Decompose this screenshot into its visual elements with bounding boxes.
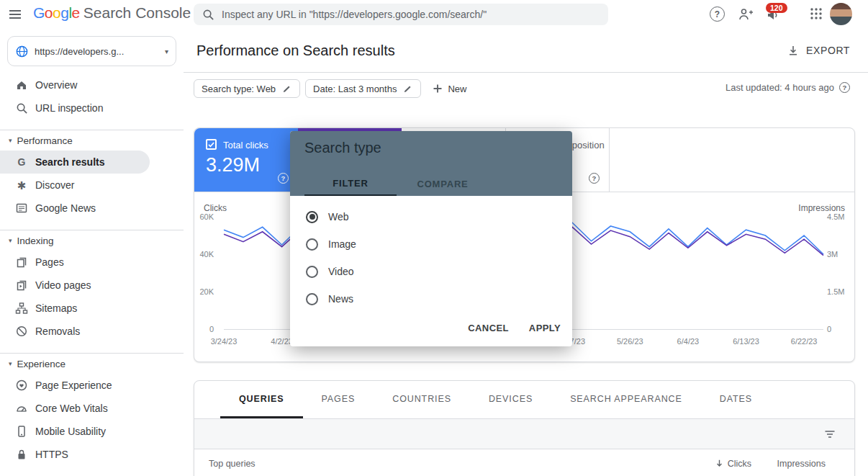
google-g-icon: G: [15, 156, 28, 169]
mobile-icon: [15, 425, 28, 438]
y-tick-left: 60K: [194, 212, 214, 221]
metric-card-total-clicks[interactable]: Total clicks 3.29M ?: [194, 128, 298, 192]
user-settings-icon[interactable]: [738, 6, 754, 22]
column-clicks[interactable]: Clicks: [715, 459, 751, 469]
metric-card-label: Total clicks: [223, 140, 268, 151]
discover-sparkle-icon: ✱: [15, 179, 28, 192]
edit-pencil-icon: [282, 84, 292, 94]
export-button[interactable]: EXPORT: [787, 29, 850, 72]
help-icon[interactable]: ?: [710, 6, 725, 22]
sidebar-item-label: Sitemaps: [35, 302, 77, 314]
metric-card-value: 3.29M: [206, 154, 260, 176]
search-icon: [202, 9, 214, 21]
sidebar-item-google-news[interactable]: Google News: [0, 197, 184, 220]
sidebar-item-label: Removals: [35, 325, 80, 337]
chart-right-axis-title: Impressions: [798, 203, 845, 213]
x-tick: 3/24/23: [202, 337, 245, 346]
option-video[interactable]: Video: [290, 258, 572, 285]
tab-dates[interactable]: DATES: [701, 381, 771, 418]
radio-selected-icon[interactable]: [306, 211, 318, 223]
sidebar-item-label: Overview: [35, 79, 77, 91]
sidebar-item-discover[interactable]: ✱ Discover: [0, 174, 184, 197]
sidebar-item-pages[interactable]: Pages: [0, 251, 184, 274]
sidebar-item-label: URL inspection: [35, 102, 103, 114]
sidebar-item-removals[interactable]: Removals: [0, 320, 184, 343]
radio-icon[interactable]: [306, 238, 318, 251]
last-updated: Last updated: 4 hours ago ?: [725, 82, 850, 93]
page-title: Performance on Search results: [184, 42, 395, 59]
edit-pencil-icon: [403, 84, 413, 94]
sidebar-item-url-inspection[interactable]: URL inspection: [0, 96, 184, 120]
tab-pages[interactable]: PAGES: [303, 381, 374, 418]
tab-devices[interactable]: DEVICES: [470, 381, 551, 418]
lock-icon: [15, 448, 28, 461]
sidebar: https://developers.g... ▾ Overview URL i…: [0, 29, 184, 476]
column-impressions[interactable]: Impressions: [777, 459, 826, 469]
section-label: Performance: [17, 135, 73, 146]
menu-icon[interactable]: [7, 6, 23, 22]
sidebar-section-indexing[interactable]: ▾ Indexing: [0, 230, 184, 251]
url-inspect-searchbar[interactable]: [194, 4, 608, 25]
tab-queries[interactable]: QUERIES: [220, 381, 303, 418]
app-logo-suffix: Search Console: [83, 4, 191, 21]
url-inspect-input[interactable]: [222, 9, 600, 20]
option-label: Video: [328, 266, 354, 277]
property-selector[interactable]: https://developers.g... ▾: [7, 36, 176, 66]
page-experience-icon: [15, 379, 28, 392]
y-tick-left: 40K: [194, 250, 214, 259]
option-image[interactable]: Image: [290, 230, 572, 258]
cancel-button[interactable]: CANCEL: [466, 320, 510, 336]
last-updated-text: Last updated: 4 hours ago: [725, 82, 834, 93]
sidebar-item-sitemaps[interactable]: Sitemaps: [0, 297, 184, 320]
sidebar-section-experience[interactable]: ▾ Experience: [0, 354, 184, 374]
collapse-triangle-icon: ▾: [9, 137, 12, 144]
plus-icon: [432, 83, 443, 94]
checkbox-checked-icon[interactable]: [206, 139, 217, 150]
help-icon[interactable]: ?: [278, 173, 289, 184]
x-tick: 6/13/23: [725, 337, 768, 346]
sort-desc-icon: [715, 459, 725, 469]
table-toolbar: [194, 419, 854, 449]
sidebar-item-https[interactable]: HTTPS: [0, 443, 184, 466]
sidebar-section-performance[interactable]: ▾ Performance: [0, 130, 184, 151]
removals-icon: [15, 325, 28, 338]
help-icon[interactable]: ?: [589, 173, 600, 184]
radio-icon[interactable]: [306, 293, 318, 305]
tab-countries[interactable]: COUNTRIES: [374, 381, 470, 418]
sidebar-item-core-web-vitals[interactable]: Core Web Vitals: [0, 397, 184, 420]
apply-button[interactable]: APPLY: [528, 320, 562, 336]
property-label: https://developers.g...: [35, 46, 159, 57]
new-filter-button[interactable]: New: [432, 83, 466, 94]
sidebar-item-label: Page Experience: [35, 380, 112, 391]
option-news[interactable]: News: [290, 285, 572, 313]
apps-grid-icon[interactable]: [809, 6, 825, 22]
chip-label: Date: Last 3 months: [313, 84, 397, 94]
chevron-down-icon: ▾: [165, 48, 168, 55]
column-label: Clicks: [728, 459, 751, 469]
topbar: GoogleSearch Console ? 120: [0, 0, 868, 29]
help-icon[interactable]: ?: [839, 82, 850, 93]
results-table-panel: QUERIES PAGES COUNTRIES DEVICES SEARCH A…: [194, 380, 855, 476]
sidebar-item-label: Mobile Usability: [35, 426, 106, 437]
filter-list-icon[interactable]: [823, 428, 836, 441]
dialog-tab-compare[interactable]: COMPARE: [397, 171, 489, 196]
search-type-dialog: Search type FILTER COMPARE Web Image Vid…: [290, 131, 572, 346]
sidebar-item-video-pages[interactable]: Video pages: [0, 274, 184, 297]
option-web[interactable]: Web: [290, 203, 572, 230]
option-label: Image: [328, 238, 356, 250]
chart-left-axis-title: Clicks: [204, 203, 227, 213]
sidebar-item-overview[interactable]: Overview: [0, 73, 184, 96]
sidebar-item-mobile-usability[interactable]: Mobile Usability: [0, 420, 184, 443]
sidebar-item-label: Google News: [35, 202, 96, 214]
sidebar-item-search-results[interactable]: G Search results: [0, 151, 150, 174]
collapse-triangle-icon: ▾: [9, 360, 12, 367]
search-type-chip[interactable]: Search type: Web: [194, 79, 300, 98]
tab-search-appearance[interactable]: SEARCH APPEARANCE: [551, 381, 701, 418]
sidebar-item-page-experience[interactable]: Page Experience: [0, 374, 184, 397]
avatar[interactable]: [830, 3, 852, 25]
date-range-chip[interactable]: Date: Last 3 months: [305, 79, 421, 98]
dialog-tab-filter[interactable]: FILTER: [304, 171, 397, 196]
x-tick: 6/22/23: [782, 337, 826, 346]
radio-icon[interactable]: [306, 266, 318, 278]
y-tick-right: 4.5M: [827, 212, 844, 221]
